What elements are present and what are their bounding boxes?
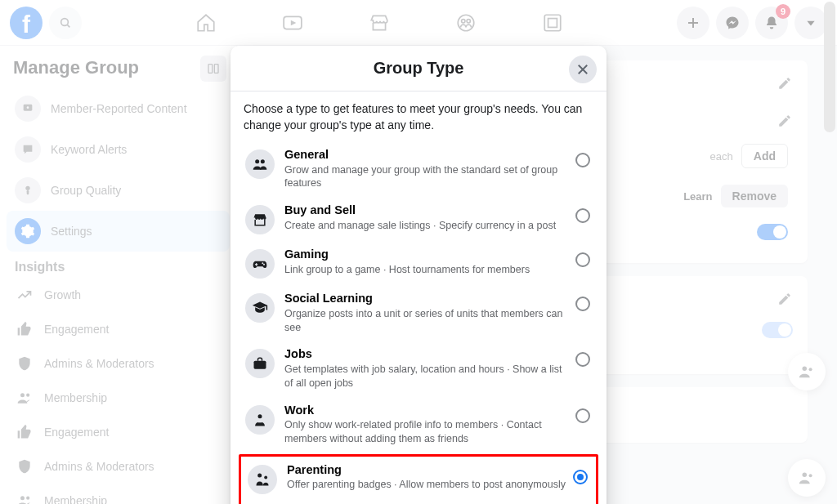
svg-point-35 <box>258 414 262 418</box>
radio-parenting[interactable] <box>573 470 588 484</box>
svg-rect-36 <box>258 421 262 422</box>
option-general[interactable]: General Grow and manage your group with … <box>244 141 593 197</box>
option-title: Buy and Sell <box>284 203 569 217</box>
work-icon <box>252 412 268 428</box>
svg-rect-33 <box>255 264 257 265</box>
option-desc: Organize posts into a unit or series of … <box>284 307 569 335</box>
svg-point-37 <box>257 473 262 477</box>
option-work[interactable]: Work Only show work-related profile info… <box>244 397 593 453</box>
jobs-icon <box>252 355 268 372</box>
close-button[interactable] <box>569 56 597 83</box>
option-desc: Create and manage sale listings · Specif… <box>284 219 569 233</box>
option-gaming[interactable]: Gaming Link group to a game · Host tourn… <box>244 241 593 285</box>
option-desc: Only show work-related profile info to m… <box>284 418 569 446</box>
option-title: Gaming <box>284 248 569 261</box>
learning-icon <box>252 300 268 316</box>
option-social-learning[interactable]: Social Learning Organize posts into a un… <box>244 285 593 341</box>
option-parenting[interactable]: Parenting Offer parenting badges · Allow… <box>246 458 591 499</box>
general-icon <box>252 156 268 172</box>
option-title: Jobs <box>284 347 569 361</box>
option-title: Work <box>284 404 569 417</box>
svg-point-29 <box>261 159 265 163</box>
svg-rect-34 <box>254 361 266 369</box>
close-icon <box>575 62 590 77</box>
option-title: Parenting <box>287 463 566 477</box>
option-title: Social Learning <box>284 292 569 306</box>
shop-icon <box>252 212 268 228</box>
option-title: General <box>284 148 569 162</box>
option-desc: Offer parenting badges · Allow members t… <box>287 478 566 492</box>
group-type-modal: Group Type Choose a type to get features… <box>231 46 606 504</box>
svg-point-31 <box>263 264 265 265</box>
option-buy-sell[interactable]: Buy and Sell Create and manage sale list… <box>244 197 593 241</box>
modal-intro-text: Choose a type to get features to meet yo… <box>244 101 593 133</box>
gaming-icon <box>252 256 268 272</box>
option-desc: Get templates with job salary, location … <box>284 363 569 390</box>
highlighted-option-frame: Parenting Offer parenting badges · Allow… <box>239 454 598 504</box>
option-desc: Link group to a game · Host tournaments … <box>284 263 569 277</box>
option-desc: Grow and manage your group with the stan… <box>284 163 569 191</box>
svg-point-28 <box>255 159 259 163</box>
radio-work[interactable] <box>575 408 590 423</box>
option-jobs[interactable]: Jobs Get templates with job salary, loca… <box>244 341 593 396</box>
parenting-icon <box>254 471 271 488</box>
svg-point-30 <box>262 262 263 264</box>
svg-point-38 <box>264 475 267 479</box>
modal-title: Group Type <box>244 59 593 78</box>
